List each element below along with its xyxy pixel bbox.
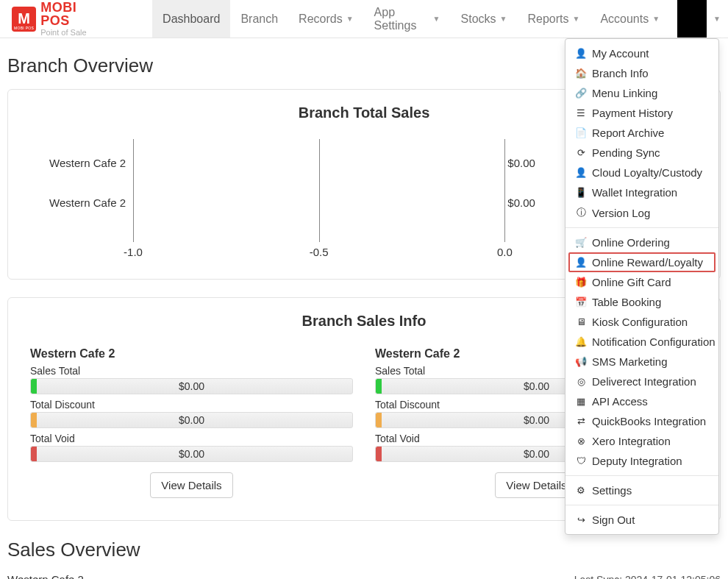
menu-online-reward-loyalty[interactable]: 👤Online Reward/Loyalty — [568, 252, 715, 272]
dropdown-separator — [565, 475, 718, 476]
menu-item-label: Wallet Integration — [592, 186, 677, 199]
menu-item-label: Online Ordering — [592, 236, 670, 249]
menu-item-label: My Account — [592, 47, 649, 60]
signout-icon: ↪ — [576, 514, 586, 525]
metric-bar: $0.00 — [30, 412, 353, 428]
sales-column: Western Cafe 2Sales Total$0.00Total Disc… — [30, 347, 353, 498]
menu-branch-info[interactable]: 🏠Branch Info — [565, 63, 718, 83]
sales-column-title: Western Cafe 2 — [30, 347, 353, 360]
chevron-down-icon: ▼ — [652, 15, 660, 23]
sales-overview-branch: Western Cafe 2 — [7, 573, 84, 579]
user-menu-trigger[interactable]: ▼ — [670, 0, 721, 38]
metric-bar: $0.00 — [30, 378, 353, 394]
metric-chip — [376, 379, 382, 394]
user-icon: 👤 — [576, 48, 586, 59]
home-icon: 🏠 — [576, 68, 586, 79]
circ-icon: ◎ — [576, 376, 586, 387]
menu-wallet-integration[interactable]: 📱Wallet Integration — [565, 182, 718, 202]
menu-pending-sync[interactable]: ⟳Pending Sync — [565, 143, 718, 163]
chart-tick — [504, 139, 505, 242]
chart-tick — [133, 139, 134, 242]
nav-dashboard[interactable]: Dashboard — [152, 0, 230, 38]
menu-deputy-integration[interactable]: 🛡Deputy Integration — [565, 451, 718, 471]
metric-chip — [31, 413, 37, 427]
menu-payment-history[interactable]: ☰Payment History — [565, 103, 718, 123]
logo-title: MOBI POS — [40, 1, 108, 27]
xero-icon: ⊗ — [576, 436, 586, 447]
menu-online-ordering[interactable]: 🛒Online Ordering — [565, 232, 718, 252]
menu-item-label: Pending Sync — [592, 146, 660, 159]
metric-chip — [376, 447, 382, 461]
logo-text: MOBI POS Point of Sale — [40, 1, 108, 37]
menu-deliverect-integration[interactable]: ◎Deliverect Integration — [565, 372, 718, 391]
menu-menu-linking[interactable]: 🔗Menu Linking — [565, 83, 718, 103]
dropdown-separator — [565, 505, 718, 505]
calendar-icon: 📅 — [576, 296, 586, 308]
list-icon: ☰ — [576, 107, 586, 118]
file-icon: 📄 — [576, 127, 586, 138]
nav-accounts[interactable]: Accounts▼ — [590, 0, 670, 38]
gear-icon: ⚙ — [576, 485, 586, 496]
chevron-down-icon: ▼ — [346, 15, 354, 23]
nav-branch[interactable]: Branch — [230, 0, 288, 38]
nav-reports[interactable]: Reports▼ — [517, 0, 590, 38]
menu-notification-configuration[interactable]: 🔔Notification Configuration — [565, 332, 718, 352]
menu-version-log[interactable]: ⓘVersion Log — [565, 202, 718, 223]
info-icon: ⓘ — [576, 206, 586, 219]
nav-records[interactable]: Records▼ — [288, 0, 363, 38]
menu-my-account[interactable]: 👤My Account — [565, 43, 718, 63]
phone-icon: 📱 — [576, 187, 586, 198]
menu-report-archive[interactable]: 📄Report Archive — [565, 123, 718, 143]
logo[interactable]: M MOBI POS MOBI POS Point of Sale — [7, 1, 108, 37]
menu-sign-out[interactable]: ↪Sign Out — [565, 510, 718, 530]
bell-icon: 🔔 — [576, 336, 586, 347]
user-avatar-block — [677, 0, 707, 38]
menu-cloud-loyalty-custody[interactable]: 👤Cloud Loyalty/Custody — [565, 163, 718, 182]
shuffle-icon: ⇄ — [576, 416, 586, 427]
menu-item-label: Sign Out — [592, 514, 635, 526]
metric-value: $0.00 — [179, 448, 204, 460]
nav-stocks[interactable]: Stocks▼ — [451, 0, 518, 38]
menu-item-label: Deputy Integration — [592, 455, 682, 467]
metric-value: $0.00 — [179, 380, 204, 392]
sales-overview-title: Sales Overview — [7, 539, 721, 561]
metric-value: $0.00 — [179, 414, 204, 426]
menu-kiosk-configuration[interactable]: 🖥Kiosk Configuration — [565, 312, 718, 332]
metric-value: $0.00 — [524, 380, 549, 392]
account-dropdown: 👤My Account🏠Branch Info🔗Menu Linking☰Pay… — [565, 38, 719, 535]
screen-icon: 🖥 — [576, 316, 586, 327]
metric-label: Total Discount — [30, 399, 353, 411]
metric-chip — [376, 413, 382, 427]
menu-item-label: QuickBooks Integration — [592, 415, 706, 427]
menu-api-access[interactable]: ▦API Access — [565, 391, 718, 411]
menu-item-label: Table Booking — [592, 296, 661, 308]
dropdown-separator — [565, 227, 718, 228]
chart-y-label: Western Cafe 2 — [49, 196, 126, 209]
nav-app-settings[interactable]: App Settings▼ — [364, 0, 451, 38]
menu-online-gift-card[interactable]: 🎁Online Gift Card — [565, 272, 718, 292]
menu-item-label: Online Reward/Loyalty — [592, 256, 703, 269]
metric-chip — [31, 379, 37, 394]
menu-table-booking[interactable]: 📅Table Booking — [565, 292, 718, 312]
menu-item-label: Notification Configuration — [592, 335, 715, 348]
grid-icon: ▦ — [576, 396, 586, 407]
menu-xero-integration[interactable]: ⊗Xero Integration — [565, 431, 718, 451]
badge-icon: 🛡 — [576, 455, 586, 466]
menu-item-label: Deliverect Integration — [592, 375, 696, 388]
metric-value: $0.00 — [524, 448, 549, 460]
sales-overview-header-row: Western Cafe 2 Last Sync: 2024-17-01 12:… — [7, 573, 721, 579]
menu-sms-marketing[interactable]: 📢SMS Marketing — [565, 352, 718, 372]
chart-value-label: $0.00 — [507, 196, 535, 209]
metric-label: Sales Total — [30, 365, 353, 377]
menu-quickbooks-integration[interactable]: ⇄QuickBooks Integration — [565, 411, 718, 431]
logo-badge-sub: MOBI POS — [14, 26, 34, 30]
menu-item-label: Xero Integration — [592, 435, 671, 447]
chart-tick-label: 0.0 — [497, 246, 513, 258]
view-details-button[interactable]: View Details — [150, 472, 232, 498]
menu-item-label: Kiosk Configuration — [592, 316, 688, 328]
nav-items: DashboardBranchRecords▼App Settings▼Stoc… — [152, 0, 670, 38]
menu-item-label: API Access — [592, 395, 648, 408]
menu-item-label: SMS Marketing — [592, 355, 668, 368]
chart-value-label: $0.00 — [507, 157, 535, 169]
menu-settings[interactable]: ⚙Settings — [565, 480, 718, 500]
